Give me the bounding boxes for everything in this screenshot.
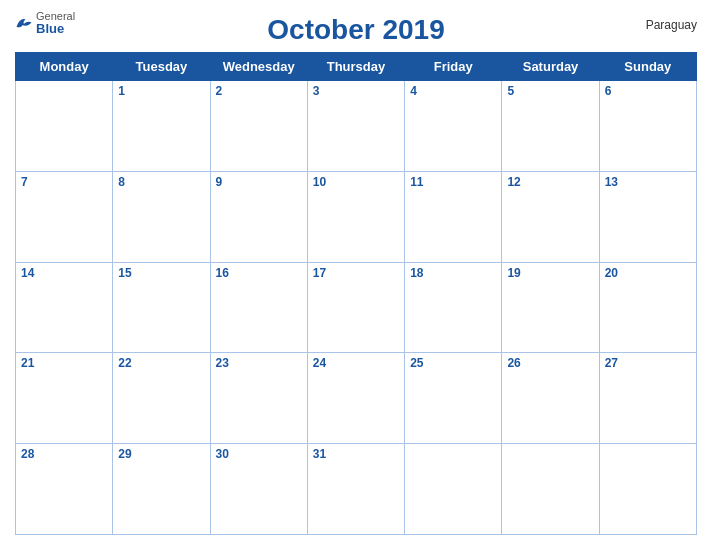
calendar-title: October 2019 bbox=[267, 14, 444, 46]
logo-bird-icon bbox=[15, 16, 33, 30]
country-label: Paraguay bbox=[646, 18, 697, 32]
calendar-day-cell: 19 bbox=[502, 262, 599, 353]
calendar-header: General Blue October 2019 Paraguay bbox=[15, 10, 697, 46]
calendar-day-cell: 5 bbox=[502, 81, 599, 172]
col-saturday: Saturday bbox=[502, 53, 599, 81]
calendar-week-row: 28293031000 bbox=[16, 444, 697, 535]
calendar-day-cell: 0 bbox=[16, 81, 113, 172]
calendar-day-cell: 21 bbox=[16, 353, 113, 444]
day-number: 24 bbox=[313, 356, 399, 370]
calendar-week-row: 14151617181920 bbox=[16, 262, 697, 353]
col-tuesday: Tuesday bbox=[113, 53, 210, 81]
day-number: 22 bbox=[118, 356, 204, 370]
day-number: 23 bbox=[216, 356, 302, 370]
day-number: 20 bbox=[605, 266, 691, 280]
calendar-day-cell: 22 bbox=[113, 353, 210, 444]
calendar-day-cell: 16 bbox=[210, 262, 307, 353]
calendar-day-cell: 23 bbox=[210, 353, 307, 444]
day-number: 28 bbox=[21, 447, 107, 461]
day-number: 8 bbox=[118, 175, 204, 189]
day-number: 14 bbox=[21, 266, 107, 280]
day-number: 19 bbox=[507, 266, 593, 280]
calendar-day-cell: 20 bbox=[599, 262, 696, 353]
day-number: 4 bbox=[410, 84, 496, 98]
day-number: 26 bbox=[507, 356, 593, 370]
calendar-day-cell: 31 bbox=[307, 444, 404, 535]
col-thursday: Thursday bbox=[307, 53, 404, 81]
calendar-day-cell: 9 bbox=[210, 171, 307, 262]
calendar-body: 0123456789101112131415161718192021222324… bbox=[16, 81, 697, 535]
calendar-day-cell: 7 bbox=[16, 171, 113, 262]
day-number: 16 bbox=[216, 266, 302, 280]
day-number: 0 bbox=[21, 84, 107, 98]
calendar-day-cell: 14 bbox=[16, 262, 113, 353]
day-number: 5 bbox=[507, 84, 593, 98]
calendar-day-cell: 15 bbox=[113, 262, 210, 353]
day-number: 7 bbox=[21, 175, 107, 189]
day-number: 0 bbox=[507, 447, 593, 461]
calendar-day-cell: 28 bbox=[16, 444, 113, 535]
calendar-day-cell: 18 bbox=[405, 262, 502, 353]
calendar-day-cell: 13 bbox=[599, 171, 696, 262]
calendar-day-cell: 17 bbox=[307, 262, 404, 353]
calendar-day-cell: 0 bbox=[599, 444, 696, 535]
calendar-day-cell: 27 bbox=[599, 353, 696, 444]
calendar-day-cell: 12 bbox=[502, 171, 599, 262]
day-number: 11 bbox=[410, 175, 496, 189]
calendar-day-cell: 10 bbox=[307, 171, 404, 262]
day-number: 9 bbox=[216, 175, 302, 189]
day-number: 21 bbox=[21, 356, 107, 370]
day-number: 1 bbox=[118, 84, 204, 98]
day-number: 27 bbox=[605, 356, 691, 370]
logo-blue-text: Blue bbox=[36, 22, 75, 36]
day-number: 3 bbox=[313, 84, 399, 98]
calendar-day-cell: 11 bbox=[405, 171, 502, 262]
day-number: 6 bbox=[605, 84, 691, 98]
calendar-day-cell: 8 bbox=[113, 171, 210, 262]
col-monday: Monday bbox=[16, 53, 113, 81]
calendar-table: Monday Tuesday Wednesday Thursday Friday… bbox=[15, 52, 697, 535]
day-number: 13 bbox=[605, 175, 691, 189]
calendar-day-cell: 2 bbox=[210, 81, 307, 172]
calendar-day-cell: 4 bbox=[405, 81, 502, 172]
col-sunday: Sunday bbox=[599, 53, 696, 81]
calendar-day-cell: 24 bbox=[307, 353, 404, 444]
calendar-day-cell: 0 bbox=[502, 444, 599, 535]
calendar-day-cell: 0 bbox=[405, 444, 502, 535]
weekday-header-row: Monday Tuesday Wednesday Thursday Friday… bbox=[16, 53, 697, 81]
day-number: 15 bbox=[118, 266, 204, 280]
logo-area: General Blue bbox=[15, 10, 75, 36]
calendar-day-cell: 30 bbox=[210, 444, 307, 535]
col-friday: Friday bbox=[405, 53, 502, 81]
calendar-week-row: 78910111213 bbox=[16, 171, 697, 262]
calendar-day-cell: 6 bbox=[599, 81, 696, 172]
day-number: 0 bbox=[410, 447, 496, 461]
calendar-day-cell: 29 bbox=[113, 444, 210, 535]
day-number: 2 bbox=[216, 84, 302, 98]
calendar-week-row: 0123456 bbox=[16, 81, 697, 172]
day-number: 30 bbox=[216, 447, 302, 461]
day-number: 17 bbox=[313, 266, 399, 280]
calendar-day-cell: 3 bbox=[307, 81, 404, 172]
day-number: 18 bbox=[410, 266, 496, 280]
day-number: 12 bbox=[507, 175, 593, 189]
day-number: 10 bbox=[313, 175, 399, 189]
day-number: 31 bbox=[313, 447, 399, 461]
calendar-wrapper: General Blue October 2019 Paraguay Monda… bbox=[0, 0, 712, 550]
calendar-day-cell: 25 bbox=[405, 353, 502, 444]
day-number: 29 bbox=[118, 447, 204, 461]
calendar-day-cell: 26 bbox=[502, 353, 599, 444]
day-number: 25 bbox=[410, 356, 496, 370]
day-number: 0 bbox=[605, 447, 691, 461]
col-wednesday: Wednesday bbox=[210, 53, 307, 81]
calendar-day-cell: 1 bbox=[113, 81, 210, 172]
calendar-week-row: 21222324252627 bbox=[16, 353, 697, 444]
